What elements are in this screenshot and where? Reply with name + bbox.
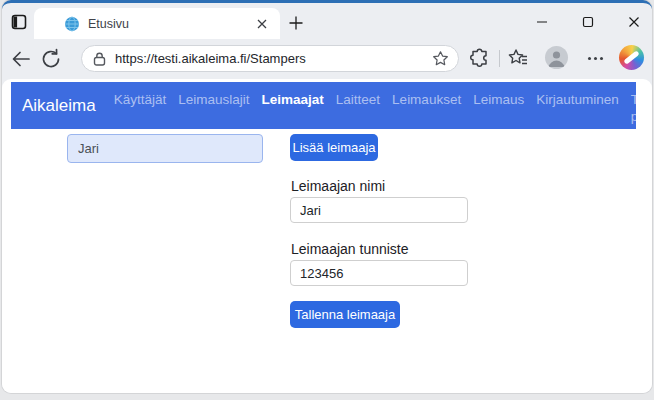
copilot-icon[interactable] [619,45,644,70]
toolbar-divider [499,50,500,67]
stamper-id-field[interactable] [290,260,468,286]
reload-icon[interactable] [40,48,62,70]
nav-item-leimaajat[interactable]: Leimaajat [256,90,330,109]
brand-link[interactable]: Aikaleima [22,96,96,116]
back-icon[interactable] [10,48,32,70]
tab-close-icon[interactable] [254,16,270,32]
window-controls [532,13,644,31]
browser-toolbar: https://testi.aikaleima.fi/Stampers [2,39,652,79]
url-text[interactable]: https://testi.aikaleima.fi/Stampers [115,51,432,66]
minimize-icon[interactable] [532,13,552,31]
stamper-select-input[interactable] [67,134,263,163]
page-content: Aikaleima Käyttäjät Leimauslajit Leimaaj… [2,79,652,393]
tab-strip: Etusivu [2,3,652,39]
profile-avatar[interactable] [545,46,568,69]
stamper-name-label: Leimaajan nimi [291,178,385,194]
stamper-name-field[interactable] [290,197,468,223]
favorite-star-icon[interactable] [432,50,449,67]
settings-menu-icon[interactable] [584,47,606,69]
address-bar[interactable]: https://testi.aikaleima.fi/Stampers [81,45,459,72]
nav-item-kirjautuminen[interactable]: Kirjautuminen [530,90,625,109]
site-navbar: Aikaleima Käyttäjät Leimauslajit Leimaaj… [11,82,636,129]
tab-title: Etusivu [88,17,254,31]
nav-item-laitteet[interactable]: Laitteet [330,90,386,109]
nav-item-kayttajat[interactable]: Käyttäjät [108,90,173,109]
stamper-id-label: Leimaajan tunniste [291,241,409,257]
nav-item-leimaus[interactable]: Leimaus [467,90,530,109]
browser-tab[interactable]: Etusivu [34,8,280,39]
maximize-icon[interactable] [578,13,598,31]
nav-item-leimaukset[interactable]: Leimaukset [386,90,467,109]
save-stamper-button[interactable]: Tallenna leimaaja [290,301,400,328]
browser-window: Etusivu [2,0,652,393]
tab-actions-menu-icon[interactable] [11,14,27,30]
nav-item-leimauslajit[interactable]: Leimauslajit [172,90,255,109]
favorites-icon[interactable] [507,47,529,69]
nav-list: Käyttäjät Leimauslajit Leimaajat Laittee… [108,90,652,129]
nav-item-testi-paakayttaja[interactable]: Testi pääkäyttäjä [625,90,652,126]
extensions-icon[interactable] [469,47,491,69]
window-close-icon[interactable] [624,13,644,31]
add-stamper-button[interactable]: Lisää leimaaja [290,134,378,161]
new-tab-button-icon[interactable] [288,15,304,31]
globe-favicon-icon [64,16,80,32]
lock-icon[interactable] [93,52,106,66]
